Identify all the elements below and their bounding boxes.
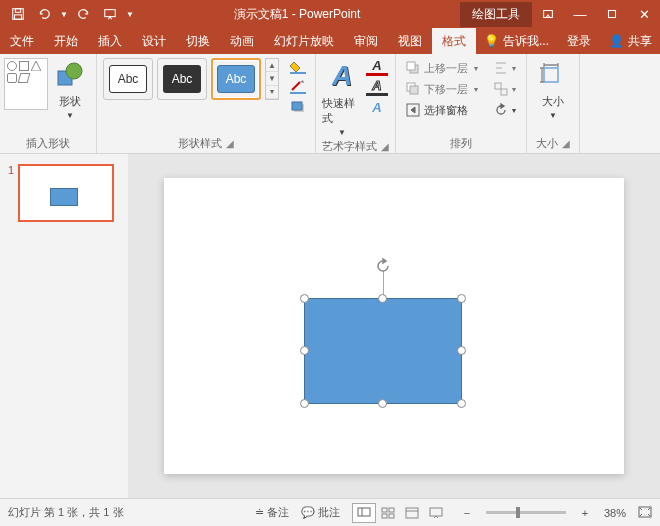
rotation-handle[interactable] (374, 257, 392, 275)
rotate-button[interactable]: ▾ (490, 100, 520, 120)
svg-rect-19 (501, 89, 507, 95)
undo-dropdown-icon[interactable]: ▼ (58, 2, 70, 26)
svg-rect-26 (406, 508, 418, 518)
send-backward-button[interactable]: 下移一层▾ (402, 79, 482, 99)
chevron-down-icon: ▼ (66, 111, 74, 120)
thumbnail-shape (50, 188, 78, 206)
notes-button[interactable]: ≐ 备注 (255, 505, 289, 520)
svg-rect-3 (105, 10, 116, 17)
resize-handle-ne[interactable] (457, 294, 466, 303)
bring-forward-button[interactable]: 上移一层▾ (402, 58, 482, 78)
svg-rect-1 (15, 9, 20, 13)
normal-view-button[interactable] (352, 503, 376, 523)
share-button[interactable]: 👤共享 (601, 28, 660, 54)
lightbulb-icon: 💡 (484, 34, 499, 48)
tab-view[interactable]: 视图 (388, 28, 432, 54)
style-swatch-1[interactable]: Abc (103, 58, 153, 100)
tab-slideshow[interactable]: 幻灯片放映 (264, 28, 344, 54)
shape-effects-button[interactable] (287, 98, 309, 116)
title-bar: ▼ ▼ 演示文稿1 - PowerPoint 绘图工具 — ✕ (0, 0, 660, 28)
slide-counter[interactable]: 幻灯片 第 1 张，共 1 张 (8, 505, 124, 520)
dialog-launcher-icon[interactable]: ◢ (562, 138, 570, 149)
svg-rect-24 (382, 514, 387, 518)
shapes-button[interactable]: 形状▼ (50, 58, 90, 120)
shape-fill-button[interactable] (287, 58, 309, 76)
sorter-view-button[interactable] (376, 503, 400, 523)
status-bar: 幻灯片 第 1 张，共 1 张 ≐ 备注 💬 批注 − + 38% (0, 498, 660, 526)
undo-button[interactable] (32, 2, 56, 26)
style-swatch-3[interactable]: Abc (211, 58, 261, 100)
close-button[interactable]: ✕ (628, 2, 660, 26)
slideshow-view-button[interactable] (424, 503, 448, 523)
align-button[interactable]: ▾ (490, 58, 520, 78)
style-gallery-more[interactable]: ▲▼▾ (265, 58, 279, 100)
quick-styles-button[interactable]: A 快速样式▼ (322, 58, 362, 137)
svg-marker-6 (31, 61, 41, 71)
zoom-out-button[interactable]: − (460, 507, 474, 519)
fit-to-window-button[interactable] (638, 506, 652, 520)
slide-number: 1 (8, 164, 14, 222)
slide-thumbnails-pane[interactable]: 1 (0, 154, 128, 498)
group-button[interactable]: ▾ (490, 79, 520, 99)
svg-rect-14 (407, 62, 415, 70)
group-arrange: 上移一层▾ 下移一层▾ 选择窗格 ▾ ▾ ▾ 排列 (396, 54, 527, 153)
tab-design[interactable]: 设计 (132, 28, 176, 54)
svg-rect-18 (495, 83, 501, 89)
tab-review[interactable]: 审阅 (344, 28, 388, 54)
slide-canvas[interactable] (164, 178, 624, 474)
text-effects-button[interactable]: A (366, 98, 388, 116)
text-fill-button[interactable]: A (366, 58, 388, 76)
resize-handle-sw[interactable] (300, 399, 309, 408)
shapes-preview-icon (4, 58, 48, 110)
tab-format[interactable]: 格式 (432, 28, 476, 54)
dialog-launcher-icon[interactable]: ◢ (226, 138, 234, 149)
ribbon-display-options-button[interactable] (532, 2, 564, 26)
minimize-button[interactable]: — (564, 2, 596, 26)
maximize-button[interactable] (596, 2, 628, 26)
tab-home[interactable]: 开始 (44, 28, 88, 54)
qa-customize-icon[interactable]: ▼ (124, 2, 136, 26)
svg-rect-16 (410, 86, 418, 94)
resize-handle-w[interactable] (300, 346, 309, 355)
svg-rect-21 (358, 508, 370, 516)
svg-rect-25 (389, 514, 394, 518)
dialog-launcher-icon[interactable]: ◢ (381, 141, 389, 152)
zoom-slider[interactable] (486, 511, 566, 514)
zoom-in-button[interactable]: + (578, 507, 592, 519)
tab-insert[interactable]: 插入 (88, 28, 132, 54)
shape-outline-button[interactable] (287, 78, 309, 96)
ribbon-tabs: 文件 开始 插入 设计 切换 动画 幻灯片放映 审阅 视图 格式 💡告诉我...… (0, 28, 660, 54)
tab-animations[interactable]: 动画 (220, 28, 264, 54)
group-size: 大小▼ 大小◢ (527, 54, 580, 153)
redo-button[interactable] (72, 2, 96, 26)
resize-handle-n[interactable] (378, 294, 387, 303)
shapes-gallery[interactable] (6, 58, 46, 110)
resize-handle-se[interactable] (457, 399, 466, 408)
slide-thumbnail-1[interactable] (18, 164, 114, 222)
style-swatch-2[interactable]: Abc (157, 58, 207, 100)
svg-rect-2 (15, 15, 22, 19)
svg-rect-9 (290, 72, 306, 74)
save-button[interactable] (6, 2, 30, 26)
start-slideshow-button[interactable] (98, 2, 122, 26)
slide-canvas-area[interactable] (128, 154, 660, 498)
login-button[interactable]: 登录 (557, 28, 601, 54)
zoom-level[interactable]: 38% (604, 507, 626, 519)
resize-handle-e[interactable] (457, 346, 466, 355)
reading-view-button[interactable] (400, 503, 424, 523)
svg-rect-20 (544, 68, 558, 82)
resize-handle-nw[interactable] (300, 294, 309, 303)
tab-file[interactable]: 文件 (0, 28, 44, 54)
svg-point-8 (66, 63, 82, 79)
tab-transitions[interactable]: 切换 (176, 28, 220, 54)
size-button[interactable]: 大小▼ (533, 58, 573, 120)
svg-rect-23 (389, 508, 394, 512)
resize-handle-s[interactable] (378, 399, 387, 408)
text-outline-button[interactable]: A (366, 78, 388, 96)
contextual-tab-label: 绘图工具 (460, 2, 532, 27)
tell-me-button[interactable]: 💡告诉我... (476, 28, 557, 54)
svg-rect-22 (382, 508, 387, 512)
selected-rectangle-shape[interactable] (304, 298, 462, 404)
comments-button[interactable]: 💬 批注 (301, 505, 340, 520)
selection-pane-button[interactable]: 选择窗格 (402, 100, 482, 120)
